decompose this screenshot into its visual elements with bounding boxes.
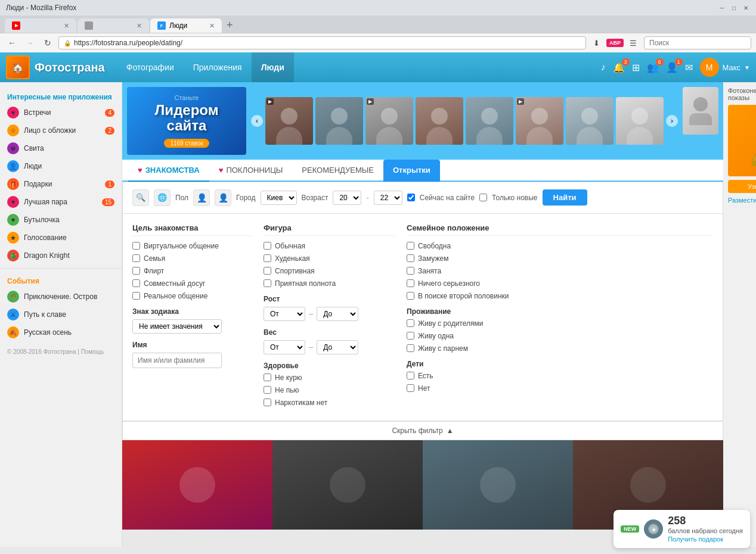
abp-icon[interactable]: ABP [606, 39, 624, 47]
person-thumb-7[interactable] [566, 97, 614, 145]
living-alone[interactable]: Живу одна [407, 332, 713, 340]
children-yes[interactable]: Есть [407, 372, 713, 380]
living-boyfriend[interactable]: Живу с парнем [407, 344, 713, 353]
figure-normal[interactable]: Обычная [264, 242, 395, 250]
zodiac-select[interactable]: Не имеет значения [132, 319, 222, 334]
sidebar-item-adventure[interactable]: 🌴 Приключение. Остров [0, 288, 122, 306]
tab-close-youtube[interactable]: ✕ [64, 22, 69, 30]
family-busy-check[interactable] [407, 267, 414, 275]
family-married[interactable]: Замужем [407, 254, 713, 263]
bottom-photo-1[interactable] [122, 440, 272, 530]
download-icon[interactable]: ⬇ [590, 36, 604, 50]
tab-poklonnitsy[interactable]: ♥ ПОКЛОННИЦЫ [209, 160, 293, 182]
tab-youtube[interactable]: ▶ ✕ [5, 18, 76, 33]
tab-people[interactable]: F Люди ✕ [150, 18, 222, 33]
family-busy[interactable]: Занята [407, 267, 713, 275]
purpose-leisure[interactable]: Совместный досуг [132, 279, 252, 288]
sidebar-item-pair[interactable]: ♥ Лучшая пара 15 [0, 193, 122, 211]
sidebar-item-dragon[interactable]: 🐉 Dragon Knight [0, 247, 122, 264]
purpose-real[interactable]: Реальное общение [132, 292, 252, 300]
tab-znakomstva[interactable]: ♥ ЗНАКОМСТВА [128, 160, 209, 182]
carousel-prev[interactable]: ‹ [251, 115, 263, 127]
purpose-flirt-check[interactable] [132, 267, 140, 275]
hide-filter-button[interactable]: Скрыть фильтр ▲ [122, 421, 723, 440]
sidebar-item-vote[interactable]: ★ Голосование [0, 229, 122, 247]
notifications-icon[interactable]: 🔔3 [613, 62, 625, 73]
health-nodrinking-check[interactable] [264, 386, 271, 394]
messages-icon[interactable]: ✉ [685, 62, 693, 73]
sidebar-item-glory[interactable]: ⚔ Путь к славе [0, 306, 122, 323]
city-select[interactable]: Киев [261, 191, 297, 205]
user-info[interactable]: М Макс ▼ [700, 58, 750, 77]
figure-slim[interactable]: Худенькая [264, 254, 395, 263]
person-thumb-5[interactable] [466, 97, 513, 145]
leader-banner[interactable]: Станьте Лидеромсайта 1169 ставок [127, 87, 246, 155]
living-boyfriend-check[interactable] [407, 344, 414, 352]
figure-sport-check[interactable] [264, 267, 271, 275]
new-only-checkbox[interactable] [479, 194, 487, 201]
family-searching-check[interactable] [407, 292, 414, 300]
weight-to-select[interactable]: До [317, 340, 358, 354]
tab-close-people[interactable]: ✕ [209, 22, 215, 30]
living-parents[interactable]: Живу с родителями [407, 319, 713, 328]
name-input[interactable] [132, 353, 222, 368]
person-thumb-4[interactable] [416, 97, 463, 145]
tab-close-blank[interactable]: ✕ [137, 22, 142, 30]
height-to-select[interactable]: До [317, 307, 358, 321]
family-single[interactable]: Свободна [407, 242, 713, 250]
height-from-select[interactable]: От [264, 307, 305, 321]
health-nodrinking[interactable]: Не пью [264, 386, 395, 394]
gender-male-button[interactable]: 👤 [193, 189, 210, 206]
close-button[interactable]: ✕ [742, 4, 750, 12]
purpose-family-check[interactable] [132, 254, 140, 262]
purpose-virtual-check[interactable] [132, 242, 140, 250]
settings-button[interactable]: 🌐 [154, 189, 171, 206]
score-link[interactable]: Получить подарок [668, 536, 723, 543]
purpose-family[interactable]: Семья [132, 254, 252, 263]
refresh-button[interactable]: ↻ [41, 36, 55, 50]
back-button[interactable]: ← [5, 36, 19, 50]
figure-sport[interactable]: Спортивная [264, 267, 395, 275]
ad-button[interactable]: Узнать подробнее [728, 180, 756, 193]
add-tab-button[interactable]: + [223, 18, 237, 33]
purpose-real-check[interactable] [132, 292, 140, 300]
nav-apps[interactable]: Приложения [184, 52, 252, 82]
search-button[interactable]: 🔍 [132, 189, 149, 206]
forward-button[interactable]: → [23, 36, 37, 50]
sidebar-item-vstrechi[interactable]: ♥ Встречи 4 [0, 104, 122, 122]
nav-people[interactable]: Люди [252, 52, 294, 82]
family-married-check[interactable] [407, 254, 414, 262]
health-nodrugs-check[interactable] [264, 399, 271, 406]
figure-plump-check[interactable] [264, 279, 271, 287]
bottom-photo-3[interactable] [423, 440, 573, 530]
weight-from-select[interactable]: От [264, 340, 305, 354]
family-searching[interactable]: В поиске второй половинки [407, 292, 713, 300]
carousel-next[interactable]: › [666, 115, 678, 127]
tab-recommended[interactable]: РЕКОМЕНДУЕМЫЕ [292, 160, 383, 182]
person-thumb-3[interactable]: ▶ [365, 97, 413, 145]
ad-link[interactable]: Разместить объявление [728, 197, 756, 204]
family-casual-check[interactable] [407, 279, 414, 287]
age-to-select[interactable]: 22 [374, 191, 402, 205]
person-thumb-6[interactable]: ▶ [516, 97, 563, 145]
browser-search-input[interactable] [644, 36, 751, 49]
url-bar[interactable]: 🔒 https://fotostrana.ru/people/dating/ [58, 36, 586, 49]
figure-slim-check[interactable] [264, 254, 271, 262]
maximize-button[interactable]: □ [730, 4, 738, 12]
nav-photos[interactable]: Фотографии [117, 52, 184, 82]
family-casual[interactable]: Ничего серьезного [407, 279, 713, 288]
health-nosmoking-check[interactable] [264, 374, 271, 381]
online-icon[interactable]: 👤1 [666, 62, 678, 73]
purpose-virtual[interactable]: Виртуальное общение [132, 242, 252, 250]
bottom-photo-2[interactable] [272, 440, 423, 530]
children-yes-check[interactable] [407, 372, 414, 379]
online-checkbox[interactable] [407, 194, 415, 201]
health-nodrugs[interactable]: Наркотикам нет [264, 399, 395, 407]
family-single-check[interactable] [407, 242, 414, 250]
living-alone-check[interactable] [407, 332, 414, 340]
children-no[interactable]: Нет [407, 384, 713, 393]
sidebar-item-bottle[interactable]: ♥ Бутылочка [0, 211, 122, 229]
find-button[interactable]: Найти [543, 189, 587, 206]
purpose-flirt[interactable]: Флирт [132, 267, 252, 275]
tab-blank[interactable]: ✕ [78, 18, 149, 33]
